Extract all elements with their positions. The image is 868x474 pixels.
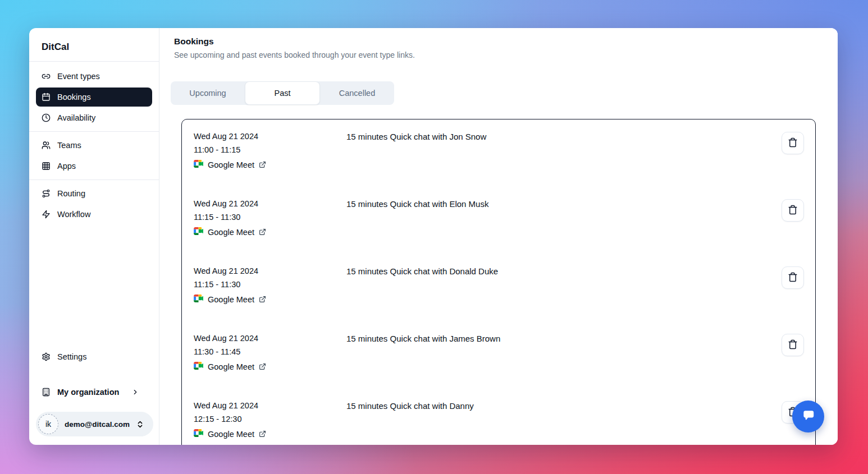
sidebar-item-label: Workflow bbox=[57, 210, 90, 219]
booking-row: Wed Aug 21 2024 11:30 - 11:45 Google Mee… bbox=[182, 328, 815, 395]
route-icon bbox=[42, 189, 51, 198]
app-logo: DitCal bbox=[36, 28, 152, 61]
calendar-icon bbox=[42, 93, 51, 102]
booking-date: Wed Aug 21 2024 bbox=[194, 266, 346, 275]
delete-booking-button[interactable] bbox=[782, 132, 804, 154]
sidebar-item-label: Teams bbox=[57, 141, 81, 150]
sidebar-item-my-organization[interactable]: My organization bbox=[36, 383, 152, 402]
sidebar-item-workflow[interactable]: Workflow bbox=[36, 205, 152, 224]
gear-icon bbox=[42, 352, 51, 361]
booking-meta: Wed Aug 21 2024 11:00 - 11:15 Google Mee… bbox=[194, 132, 346, 170]
page-subtitle: See upcoming and past events booked thro… bbox=[174, 50, 838, 59]
booking-time: 11:15 - 11:30 bbox=[194, 213, 346, 222]
avatar: ik bbox=[38, 414, 58, 434]
booking-time: 11:15 - 11:30 bbox=[194, 280, 346, 289]
booking-time: 11:30 - 11:45 bbox=[194, 347, 346, 356]
sidebar-item-settings[interactable]: Settings bbox=[36, 347, 152, 366]
building-icon bbox=[42, 388, 51, 397]
booking-meta: Wed Aug 21 2024 12:15 - 12:30 Google Mee… bbox=[194, 401, 346, 439]
booking-meta: Wed Aug 21 2024 11:15 - 11:30 Google Mee… bbox=[194, 266, 346, 305]
clock-icon bbox=[42, 113, 51, 122]
user-account-menu[interactable]: ik demo@ditcal.com bbox=[36, 412, 153, 436]
users-icon bbox=[42, 141, 51, 150]
tab-cancelled[interactable]: Cancelled bbox=[320, 81, 394, 105]
booking-meta: Wed Aug 21 2024 11:15 - 11:30 Google Mee… bbox=[194, 199, 346, 237]
booking-date: Wed Aug 21 2024 bbox=[194, 334, 346, 343]
tab-label: Upcoming bbox=[189, 89, 226, 98]
booking-time: 11:00 - 11:15 bbox=[194, 145, 346, 154]
tab-label: Cancelled bbox=[339, 89, 376, 98]
trash-icon bbox=[788, 205, 798, 217]
meeting-location-label: Google Meet bbox=[208, 295, 254, 304]
spacer bbox=[36, 226, 152, 346]
external-link-icon bbox=[259, 430, 266, 438]
google-meet-link[interactable]: Google Meet bbox=[194, 294, 266, 304]
sidebar-item-availability[interactable]: Availability bbox=[36, 108, 152, 127]
booking-row: Wed Aug 21 2024 11:15 - 11:30 Google Mee… bbox=[182, 194, 815, 261]
delete-booking-button[interactable] bbox=[782, 199, 804, 222]
user-email: demo@ditcal.com bbox=[65, 420, 130, 429]
sidebar-nav: Event types Bookings Availability Teams … bbox=[36, 62, 152, 226]
booking-row: Wed Aug 21 2024 11:00 - 11:15 Google Mee… bbox=[182, 126, 815, 194]
google-meet-icon bbox=[194, 362, 203, 371]
sidebar-item-label: Settings bbox=[57, 352, 86, 361]
sidebar-item-apps[interactable]: Apps bbox=[36, 157, 152, 176]
booking-title: 15 minutes Quick chat with James Brown bbox=[346, 334, 777, 343]
google-meet-link[interactable]: Google Meet bbox=[194, 160, 266, 169]
divider bbox=[29, 180, 159, 180]
chevrons-up-down-icon bbox=[136, 420, 144, 429]
chevron-right-icon bbox=[131, 388, 139, 396]
booking-title: 15 minutes Quick chat with Donald Duke bbox=[346, 266, 777, 276]
sidebar-item-label: My organization bbox=[57, 388, 119, 397]
meeting-location-label: Google Meet bbox=[208, 228, 254, 237]
sidebar-item-routing[interactable]: Routing bbox=[36, 184, 152, 203]
chat-bubble-icon bbox=[801, 408, 816, 426]
sidebar-item-teams[interactable]: Teams bbox=[36, 136, 152, 155]
meeting-location-label: Google Meet bbox=[208, 362, 254, 371]
google-meet-link[interactable]: Google Meet bbox=[194, 429, 266, 439]
sidebar-item-event-types[interactable]: Event types bbox=[36, 67, 152, 86]
booking-row: Wed Aug 21 2024 11:15 - 11:30 Google Mee… bbox=[182, 261, 815, 328]
google-meet-icon bbox=[194, 160, 203, 169]
google-meet-icon bbox=[194, 294, 203, 304]
booking-time: 12:15 - 12:30 bbox=[194, 415, 346, 424]
trash-icon bbox=[788, 339, 798, 351]
chat-widget-button[interactable] bbox=[792, 401, 824, 432]
divider bbox=[29, 131, 159, 132]
google-meet-icon bbox=[194, 429, 203, 439]
meeting-location-label: Google Meet bbox=[208, 160, 254, 169]
zap-icon bbox=[42, 210, 51, 219]
trash-icon bbox=[788, 137, 798, 149]
sidebar-item-label: Event types bbox=[57, 72, 100, 81]
booking-date: Wed Aug 21 2024 bbox=[194, 132, 346, 141]
link-icon bbox=[42, 72, 51, 81]
tab-past[interactable]: Past bbox=[245, 81, 320, 105]
booking-meta: Wed Aug 21 2024 11:30 - 11:45 Google Mee… bbox=[194, 334, 346, 372]
booking-row: Wed Aug 21 2024 12:15 - 12:30 Google Mee… bbox=[182, 395, 815, 445]
sidebar-item-label: Availability bbox=[57, 113, 95, 122]
sidebar-item-label: Apps bbox=[57, 162, 76, 171]
google-meet-link[interactable]: Google Meet bbox=[194, 362, 266, 371]
delete-booking-button[interactable] bbox=[782, 266, 804, 289]
tab-upcoming[interactable]: Upcoming bbox=[171, 81, 245, 105]
booking-title: 15 minutes Quick chat with Danny bbox=[346, 401, 777, 411]
sidebar-item-label: Routing bbox=[57, 189, 85, 198]
tab-label: Past bbox=[274, 89, 290, 98]
page-title: Bookings bbox=[174, 36, 838, 47]
sidebar-item-bookings[interactable]: Bookings bbox=[36, 88, 152, 107]
booking-date: Wed Aug 21 2024 bbox=[194, 199, 346, 208]
booking-title: 15 minutes Quick chat with Elon Musk bbox=[346, 199, 777, 209]
app-window: DitCal Event types Bookings Availability… bbox=[29, 28, 838, 445]
booking-date: Wed Aug 21 2024 bbox=[194, 401, 346, 410]
trash-icon bbox=[788, 272, 798, 284]
grid-icon bbox=[42, 162, 51, 171]
external-link-icon bbox=[259, 296, 266, 303]
external-link-icon bbox=[259, 161, 266, 168]
sidebar-item-label: Bookings bbox=[57, 93, 91, 102]
meeting-location-label: Google Meet bbox=[208, 430, 254, 439]
bookings-filter-tabs: Upcoming Past Cancelled bbox=[171, 81, 394, 105]
sidebar: DitCal Event types Bookings Availability… bbox=[29, 28, 159, 445]
external-link-icon bbox=[259, 363, 266, 370]
google-meet-link[interactable]: Google Meet bbox=[194, 227, 266, 237]
delete-booking-button[interactable] bbox=[782, 334, 804, 356]
